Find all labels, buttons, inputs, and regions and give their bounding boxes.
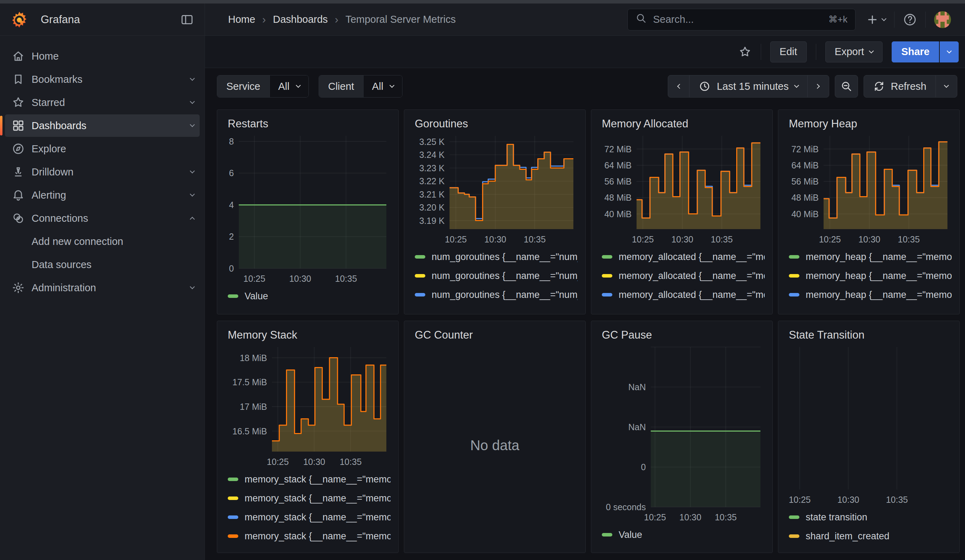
time-series-chart[interactable]: 10:2510:3010:3540 MiB48 MiB56 MiB64 MiB7… xyxy=(599,132,765,247)
legend-item[interactable]: memory_stack {__name__="memory_s xyxy=(228,508,391,527)
svg-text:3.19 K: 3.19 K xyxy=(419,216,445,225)
panel-title[interactable]: Memory Allocated xyxy=(602,118,765,130)
legend-item[interactable]: memory_stack {__name__="memory_s xyxy=(228,527,391,545)
svg-text:10:35: 10:35 xyxy=(711,234,733,244)
legend-item[interactable]: num_goroutines {__name__="num_go xyxy=(415,304,577,309)
share-button-label: Share xyxy=(901,46,929,57)
sidebar-item-label: Bookmarks xyxy=(31,73,82,85)
legend-item[interactable]: memory_allocated {__name__="memo xyxy=(602,266,765,285)
panel-grid: Restarts 10:2510:3010:3502468 Value Goro… xyxy=(205,98,965,553)
search-icon xyxy=(636,13,647,26)
panel-memory-stack: Memory Stack 10:2510:3010:3516.5 MiB17 M… xyxy=(217,321,399,553)
panel-title[interactable]: GC Counter xyxy=(415,329,577,341)
time-range-group: Last 15 minutes xyxy=(668,75,829,98)
legend-item[interactable]: state transition xyxy=(789,508,952,527)
svg-text:40 MiB: 40 MiB xyxy=(604,209,631,219)
time-shift-forward-button[interactable] xyxy=(808,75,829,98)
avatar[interactable] xyxy=(934,11,951,28)
legend-swatch xyxy=(415,274,425,278)
panel-title[interactable]: Memory Heap xyxy=(789,118,952,130)
sidebar-item-home[interactable]: Home xyxy=(5,45,200,67)
chevron-down-icon xyxy=(190,168,195,173)
navbar-left: Grafana xyxy=(0,3,205,36)
legend-item[interactable]: memory_stack {__name__="memory_s xyxy=(228,489,391,508)
edit-button[interactable]: Edit xyxy=(770,41,807,62)
time-series-chart[interactable]: 10:2510:3010:3502468 xyxy=(225,132,391,287)
panel-legend: num_goroutines {__name__="num_gonum_goro… xyxy=(412,247,577,309)
panel-title[interactable]: State Transition xyxy=(789,329,952,341)
legend-item[interactable]: shard_item_created xyxy=(789,527,952,545)
legend-item[interactable]: num_goroutines {__name__="num_go xyxy=(415,266,577,285)
legend-item[interactable]: memory_allocated {__name__="memo xyxy=(602,247,765,266)
sidebar-item-bookmarks[interactable]: Bookmarks xyxy=(5,68,200,90)
time-range-label: Last 15 minutes xyxy=(717,81,789,92)
svg-text:64 MiB: 64 MiB xyxy=(604,160,631,170)
dock-sidebar-icon[interactable] xyxy=(180,13,194,27)
variable-value-dropdown[interactable]: All xyxy=(363,75,402,97)
sidebar-item-alerting[interactable]: Alerting xyxy=(5,184,200,206)
time-series-chart[interactable]: 10:2510:3010:350 seconds0NaNNaN xyxy=(599,343,765,525)
svg-text:10:25: 10:25 xyxy=(644,512,666,522)
navbar-right: Home › Dashboards › Temporal Server Metr… xyxy=(205,3,965,36)
clock-icon xyxy=(698,80,711,92)
legend-item[interactable]: num_goroutines {__name__="num_go xyxy=(415,247,577,266)
refresh-group: Refresh xyxy=(864,75,957,98)
help-button[interactable] xyxy=(903,13,917,27)
legend-item[interactable]: Value xyxy=(228,287,391,305)
breadcrumb-home[interactable]: Home xyxy=(228,14,255,25)
sidebar-item-starred[interactable]: Starred xyxy=(5,91,200,114)
grafana-logo-icon[interactable] xyxy=(10,11,28,28)
legend-item[interactable]: memory_heap {__name__="memory_h xyxy=(789,247,952,266)
panel-title[interactable]: Restarts xyxy=(228,118,391,130)
search-input[interactable]: Search... ⌘+k xyxy=(627,9,855,31)
sidebar-item-add-new-connection[interactable]: Add new connection xyxy=(5,230,200,253)
panel-title[interactable]: Goroutines xyxy=(415,118,577,130)
svg-text:10:35: 10:35 xyxy=(524,234,546,244)
refresh-label: Refresh xyxy=(891,81,926,92)
sidebar-item-data-sources[interactable]: Data sources xyxy=(5,253,200,276)
panel-title[interactable]: GC Pause xyxy=(602,329,765,341)
new-button[interactable] xyxy=(866,13,886,26)
sidebar-item-drilldown[interactable]: Drilldown xyxy=(5,161,200,183)
variable-client[interactable]: Client All xyxy=(319,75,402,98)
panel-title[interactable]: Memory Stack xyxy=(228,329,391,341)
refresh-interval-button[interactable] xyxy=(936,75,957,98)
time-series-chart[interactable]: 10:2510:3010:35 xyxy=(786,343,952,508)
legend-item[interactable]: memory_heap {__name__="memory_h xyxy=(789,266,952,285)
home-icon xyxy=(5,49,31,63)
sidebar-item-explore[interactable]: Explore xyxy=(5,137,200,160)
time-series-chart[interactable]: 10:2510:3010:353.19 K3.20 K3.21 K3.22 K3… xyxy=(412,132,577,247)
time-series-chart[interactable]: 10:2510:3010:3540 MiB48 MiB56 MiB64 MiB7… xyxy=(786,132,952,247)
app-title: Grafana xyxy=(41,13,80,26)
legend-item[interactable]: num_goroutines {__name__="num_go xyxy=(415,285,577,304)
legend-swatch xyxy=(228,496,238,500)
breadcrumb-dashboards[interactable]: Dashboards xyxy=(273,14,328,25)
panel-legend: state transitionshard_item_created xyxy=(786,508,952,548)
legend-swatch xyxy=(789,516,799,519)
favorite-star-button[interactable] xyxy=(738,45,752,59)
legend-item[interactable]: memory_allocated {__name__="memo xyxy=(602,304,765,309)
share-button[interactable]: Share xyxy=(891,41,939,62)
share-menu-button[interactable] xyxy=(940,41,959,62)
variable-value-dropdown[interactable]: All xyxy=(270,75,308,97)
svg-text:48 MiB: 48 MiB xyxy=(604,193,631,202)
time-series-chart[interactable]: 10:2510:3010:3516.5 MiB17 MiB17.5 MiB18 … xyxy=(225,343,391,470)
sidebar-item-administration[interactable]: Administration xyxy=(5,276,200,299)
variable-service[interactable]: Service All xyxy=(217,75,309,98)
time-range-picker[interactable]: Last 15 minutes xyxy=(689,75,808,98)
time-shift-back-button[interactable] xyxy=(668,75,690,98)
svg-text:10:30: 10:30 xyxy=(679,512,702,522)
svg-text:10:30: 10:30 xyxy=(289,274,311,284)
legend-item[interactable]: memory_stack {__name__="memory_s xyxy=(228,470,391,489)
svg-text:3.24 K: 3.24 K xyxy=(419,150,445,160)
legend-item[interactable]: memory_heap {__name__="memory_h xyxy=(789,285,952,304)
legend-label: num_goroutines {__name__="num_go xyxy=(432,251,577,263)
legend-item[interactable]: memory_heap {__name__="memory_h xyxy=(789,304,952,309)
zoom-out-button[interactable] xyxy=(835,75,858,98)
sidebar-item-connections[interactable]: Connections xyxy=(5,207,200,230)
refresh-button[interactable]: Refresh xyxy=(864,75,936,98)
export-button[interactable]: Export xyxy=(825,41,883,62)
sidebar-item-dashboards[interactable]: Dashboards xyxy=(5,114,200,137)
legend-item[interactable]: memory_allocated {__name__="memo xyxy=(602,285,765,304)
legend-item[interactable]: Value xyxy=(602,525,765,544)
